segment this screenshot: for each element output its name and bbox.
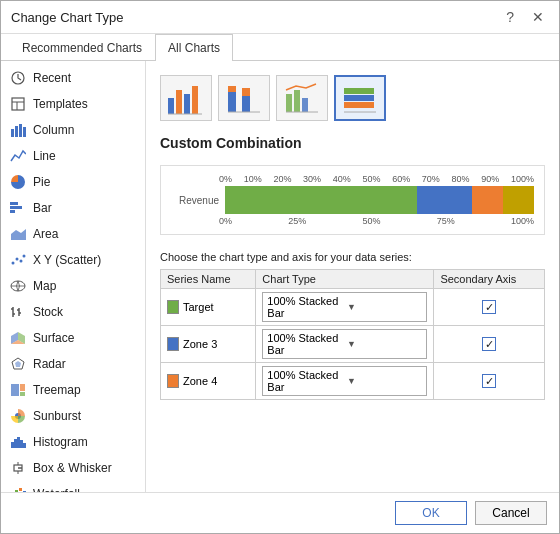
- templates-icon: [9, 95, 27, 113]
- svg-rect-4: [11, 129, 14, 137]
- checkbox-zone4[interactable]: [482, 374, 496, 388]
- chart-type-select-target[interactable]: 100% Stacked Bar ▼: [262, 292, 427, 322]
- svg-rect-30: [20, 384, 25, 391]
- sidebar-item-column[interactable]: Column: [1, 117, 145, 143]
- dropdown-arrow: ▼: [347, 302, 423, 312]
- svg-rect-54: [184, 94, 190, 114]
- svg-marker-28: [15, 361, 21, 367]
- chart-type-select-zone3[interactable]: 100% Stacked Bar ▼: [262, 329, 427, 359]
- svg-rect-5: [15, 126, 18, 137]
- svg-rect-29: [11, 384, 19, 396]
- sidebar-item-sunburst[interactable]: Sunburst: [1, 403, 145, 429]
- table-row: Zone 3 100% Stacked Bar ▼: [161, 326, 545, 363]
- chart-type-target: 100% Stacked Bar ▼: [256, 289, 434, 326]
- sidebar-item-area[interactable]: Area: [1, 221, 145, 247]
- bar-segment-1: [225, 186, 417, 214]
- stock-icon: [9, 303, 27, 321]
- bottom-axis: 0% 25% 50% 75% 100%: [171, 214, 534, 226]
- svg-rect-31: [20, 392, 25, 396]
- ok-button[interactable]: OK: [395, 501, 467, 525]
- svg-rect-63: [294, 90, 300, 112]
- row-label: Revenue: [171, 195, 219, 206]
- checkbox-zone3[interactable]: [482, 337, 496, 351]
- svg-rect-59: [242, 96, 250, 112]
- combo-type-4[interactable]: [334, 75, 386, 121]
- secondary-axis-zone3: [434, 326, 545, 363]
- svg-marker-11: [11, 229, 26, 240]
- secondary-axis-target: [434, 289, 545, 326]
- svg-point-12: [12, 262, 15, 265]
- sidebar-item-recent[interactable]: Recent: [1, 65, 145, 91]
- combo-type-2[interactable]: [218, 75, 270, 121]
- col-series-name: Series Name: [161, 270, 256, 289]
- area-icon: [9, 225, 27, 243]
- color-swatch-zone4: [167, 374, 179, 388]
- svg-rect-66: [344, 88, 374, 94]
- sidebar-item-waterfall[interactable]: Waterfall: [1, 481, 145, 492]
- waterfall-icon: [9, 485, 27, 492]
- dialog-title: Change Chart Type: [11, 10, 124, 25]
- histogram-icon: [9, 433, 27, 451]
- sidebar-item-boxwhisker[interactable]: Box & Whisker: [1, 455, 145, 481]
- sidebar-item-line[interactable]: Line: [1, 143, 145, 169]
- cancel-button[interactable]: Cancel: [475, 501, 547, 525]
- series-name-zone4: Zone 4: [161, 363, 256, 400]
- svg-rect-37: [23, 443, 26, 448]
- scatter-icon: [9, 251, 27, 269]
- sidebar-item-treemap[interactable]: Treemap: [1, 377, 145, 403]
- top-axis: 0% 10% 20% 30% 40% 50% 60% 70% 80% 90% 1…: [171, 174, 534, 186]
- dropdown-arrow: ▼: [347, 339, 423, 349]
- color-swatch-zone3: [167, 337, 179, 351]
- tab-bar: Recommended Charts All Charts: [1, 34, 559, 61]
- tab-recommended[interactable]: Recommended Charts: [9, 34, 155, 61]
- svg-rect-10: [10, 210, 15, 213]
- sidebar-item-map[interactable]: Map: [1, 273, 145, 299]
- tab-all-charts[interactable]: All Charts: [155, 34, 233, 61]
- col-chart-type: Chart Type: [256, 270, 434, 289]
- svg-rect-62: [286, 94, 292, 112]
- sidebar-item-xy[interactable]: X Y (Scatter): [1, 247, 145, 273]
- svg-rect-52: [168, 98, 174, 114]
- svg-rect-33: [11, 442, 14, 448]
- svg-rect-35: [17, 437, 20, 448]
- combo-type-1[interactable]: [160, 75, 212, 121]
- svg-rect-57: [228, 92, 236, 112]
- radar-icon: [9, 355, 27, 373]
- svg-rect-7: [23, 127, 26, 137]
- svg-rect-36: [20, 440, 23, 448]
- close-button[interactable]: ✕: [527, 7, 549, 27]
- dialog-footer: OK Cancel: [1, 492, 559, 533]
- surface-icon: [9, 329, 27, 347]
- chart-type-select-zone4[interactable]: 100% Stacked Bar ▼: [262, 366, 427, 396]
- sidebar-item-radar[interactable]: Radar: [1, 351, 145, 377]
- checkbox-target[interactable]: [482, 300, 496, 314]
- bar-segment-3: [472, 186, 503, 214]
- help-button[interactable]: ?: [501, 7, 519, 27]
- svg-rect-68: [344, 102, 374, 108]
- map-icon: [9, 277, 27, 295]
- section-title: Custom Combination: [160, 135, 545, 151]
- sidebar-item-histogram[interactable]: Histogram: [1, 429, 145, 455]
- sidebar-item-surface[interactable]: Surface: [1, 325, 145, 351]
- pie-icon: [9, 173, 27, 191]
- svg-rect-34: [14, 439, 17, 448]
- svg-rect-1: [12, 98, 24, 110]
- chart-row-revenue: Revenue: [171, 186, 534, 214]
- sidebar: Recent Templates Column Line: [1, 61, 146, 492]
- svg-rect-67: [344, 95, 374, 101]
- title-bar: Change Chart Type ? ✕: [1, 1, 559, 34]
- secondary-axis-zone4: [434, 363, 545, 400]
- svg-point-13: [16, 258, 19, 261]
- combo-type-3[interactable]: [276, 75, 328, 121]
- sidebar-item-templates[interactable]: Templates: [1, 91, 145, 117]
- sidebar-item-pie[interactable]: Pie: [1, 169, 145, 195]
- dropdown-arrow: ▼: [347, 376, 423, 386]
- title-bar-controls: ? ✕: [501, 7, 549, 27]
- svg-rect-53: [176, 90, 182, 114]
- chart-preview: 0% 10% 20% 30% 40% 50% 60% 70% 80% 90% 1…: [160, 165, 545, 235]
- sidebar-item-bar[interactable]: Bar: [1, 195, 145, 221]
- sidebar-item-stock[interactable]: Stock: [1, 299, 145, 325]
- svg-rect-60: [242, 88, 250, 96]
- svg-rect-6: [19, 124, 22, 137]
- col-secondary-axis: Secondary Axis: [434, 270, 545, 289]
